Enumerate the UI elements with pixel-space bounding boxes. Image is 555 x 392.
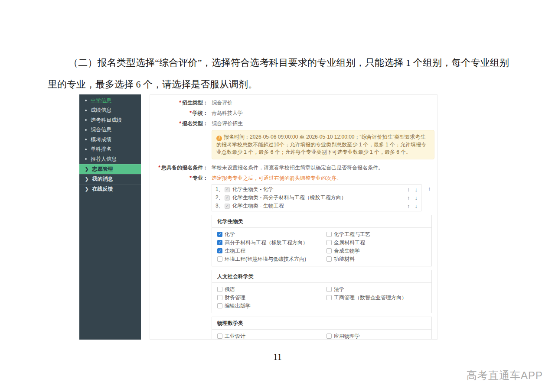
major-option[interactable]: 财务管理 bbox=[217, 295, 326, 301]
major-option[interactable]: ✓ 生物工程 bbox=[217, 248, 326, 254]
checkbox-checked-icon[interactable]: ✓ bbox=[217, 248, 222, 253]
option-label: 环境工程(智慧环境与低碳技术方向) bbox=[225, 256, 306, 263]
checkbox-disabled-checked-icon: ✓ bbox=[225, 187, 230, 192]
checkbox-unchecked-icon[interactable] bbox=[326, 287, 332, 292]
major-option[interactable]: 环境工程(智慧环境与低碳技术方向) bbox=[217, 256, 326, 262]
sidebar-item-label: 成绩信息 bbox=[91, 107, 111, 114]
checkbox-unchecked-icon[interactable] bbox=[217, 287, 222, 292]
form-row-conditions: *您具备的报名条件： 学校未设置报名条件，请查看学校招生简章以确定自己是否符合报… bbox=[150, 162, 437, 173]
sidebar-item-label: 志愿管理 bbox=[92, 165, 113, 173]
major-group-chemistry-biology: 化学生物类 ✓ 化学 化学工程与工艺 ✓ 高分子材料与工程（橡胶工程方向） 金属… bbox=[212, 215, 432, 266]
field-label: *您具备的报名条件： bbox=[150, 164, 208, 172]
sidebar-item-comprehensive-info[interactable]: 综合信息 bbox=[79, 125, 141, 135]
field-label: *专业： bbox=[150, 175, 208, 182]
field-value: 青岛科技大学 bbox=[212, 110, 243, 117]
sidebar-item-score-info[interactable]: 成绩信息 bbox=[79, 106, 141, 116]
sidebar-item-label: 综合信息 bbox=[91, 126, 111, 133]
major-order-hint: 选定报考专业之后，可通过右侧的箭头调整专业的次序。 bbox=[212, 175, 342, 182]
major-option[interactable]: ✓ 高分子材料与工程（橡胶工程方向） bbox=[217, 240, 326, 246]
form-panel: *招生类型： 综合评价 *学校： 青岛科技大学 *报名类型： 综合评价招生 i报… bbox=[150, 94, 437, 340]
move-up-icon[interactable]: ↑ bbox=[407, 194, 410, 201]
required-asterisk: * bbox=[158, 165, 160, 171]
option-label: 功能材料 bbox=[334, 256, 355, 263]
checkbox-unchecked-icon[interactable] bbox=[217, 303, 222, 308]
checkbox-unchecked-icon[interactable] bbox=[326, 295, 332, 300]
field-value: 综合评价招生 bbox=[212, 120, 243, 127]
checkbox-unchecked-icon[interactable] bbox=[326, 240, 332, 245]
option-label: 工业设计 bbox=[225, 333, 245, 340]
major-option[interactable]: 应用物理学 bbox=[326, 333, 426, 339]
checkbox-unchecked-icon[interactable] bbox=[217, 295, 222, 300]
row-number: 2、 bbox=[215, 194, 225, 201]
notice-text: 报名时间：2026-05-06 09:00:00 至 2026-05-10 12… bbox=[216, 134, 426, 155]
checkbox-unchecked-icon[interactable] bbox=[326, 248, 332, 253]
sidebar-item-label: 模考成绩 bbox=[91, 136, 111, 143]
move-up-icon[interactable]: ↑ bbox=[407, 203, 410, 209]
sidebar-item-label: 单科排名 bbox=[91, 146, 111, 153]
sidebar-item-middle-school-info[interactable]: 中学信息 bbox=[79, 96, 141, 106]
move-up-icon[interactable]: ↑ bbox=[407, 186, 410, 193]
sidebar-item-label: 我的消息 bbox=[92, 175, 113, 183]
application-screenshot: 中学信息 成绩信息 选考科目成绩 综合信息 模考成绩 单科排名 推荐人信息 ❯ bbox=[79, 94, 437, 340]
major-option[interactable]: 法学 bbox=[326, 286, 426, 292]
major-option[interactable]: 金属材料工程 bbox=[326, 240, 426, 246]
option-label: 应用物理学 bbox=[334, 333, 360, 340]
required-asterisk: * bbox=[179, 100, 181, 106]
sidebar-item-mock-exam-scores[interactable]: 模考成绩 bbox=[79, 135, 141, 145]
sidebar-item-recommender-info[interactable]: 推荐人信息 bbox=[79, 154, 141, 164]
sidebar-item-elective-subject-scores[interactable]: 选考科目成绩 bbox=[79, 115, 141, 125]
sidebar-item-online-feedback[interactable]: ❯ 在线反馈 bbox=[79, 184, 141, 194]
checkbox-unchecked-icon[interactable] bbox=[326, 256, 332, 262]
required-asterisk: * bbox=[179, 120, 181, 126]
field-label: *学校： bbox=[150, 110, 208, 117]
checkbox-unchecked-icon[interactable] bbox=[217, 334, 222, 339]
row-number: 1、 bbox=[215, 186, 225, 193]
form-row-enrollment-type: *招生类型： 综合评价 bbox=[150, 97, 437, 108]
required-asterisk: * bbox=[189, 175, 192, 181]
option-label: 合成生物学 bbox=[334, 247, 360, 255]
sidebar-item-single-subject-ranking[interactable]: 单科排名 bbox=[79, 145, 141, 155]
checkbox-disabled-checked-icon: ✓ bbox=[225, 195, 230, 201]
move-down-icon[interactable]: ↓ bbox=[415, 194, 418, 201]
bullet-icon bbox=[85, 158, 87, 160]
major-option[interactable]: 化学工程与工艺 bbox=[326, 231, 426, 237]
checkbox-unchecked-icon[interactable] bbox=[326, 334, 332, 339]
major-option[interactable]: ✓ 化学 bbox=[217, 231, 326, 237]
field-label: *报名类型： bbox=[150, 120, 208, 127]
major-option[interactable]: 合成生物学 bbox=[326, 248, 426, 254]
sidebar-item-label: 在线反馈 bbox=[92, 185, 113, 193]
option-label: 化学 bbox=[225, 231, 235, 238]
major-option[interactable]: 编辑出版学 bbox=[217, 303, 326, 309]
checkbox-unchecked-icon[interactable] bbox=[326, 232, 332, 237]
move-down-icon[interactable]: ↓ bbox=[415, 203, 418, 209]
sidebar: 中学信息 成绩信息 选考科目成绩 综合信息 模考成绩 单科排名 推荐人信息 ❯ bbox=[79, 94, 141, 340]
option-label: 生物工程 bbox=[225, 247, 245, 255]
major-option[interactable]: 功能材料 bbox=[326, 256, 426, 262]
form-row-school: *学校： 青岛科技大学 bbox=[150, 108, 437, 118]
required-asterisk: * bbox=[189, 110, 192, 116]
checkbox-checked-icon[interactable]: ✓ bbox=[217, 232, 222, 237]
move-down-icon[interactable]: ↓ bbox=[415, 186, 418, 193]
bullet-icon bbox=[85, 100, 87, 101]
info-icon: i bbox=[216, 136, 222, 141]
registration-notice: i报名时间：2026-05-06 09:00:00 至 2026-05-10 1… bbox=[212, 130, 434, 159]
checkbox-checked-icon[interactable]: ✓ bbox=[217, 240, 222, 245]
chevron-right-icon: ❯ bbox=[85, 167, 88, 172]
selected-majors-area: 1、 ✓ 化学生物类 - 化学 ↑ ↓ 2、 ✓ 化学生物类 - 高分子材料与工… bbox=[212, 184, 437, 211]
major-option[interactable]: 俄语 bbox=[217, 286, 326, 292]
sidebar-item-application-management[interactable]: ❯ 志愿管理 bbox=[79, 164, 141, 174]
major-option[interactable]: 工商管理（数智企业管理方向） bbox=[326, 295, 426, 301]
form-row-major: *专业： 选定报考专业之后，可通过右侧的箭头调整专业的次序。 bbox=[150, 173, 437, 183]
checkbox-unchecked-icon[interactable] bbox=[217, 256, 222, 262]
row-number: 3、 bbox=[215, 202, 225, 210]
sidebar-item-label: 推荐人信息 bbox=[91, 156, 117, 163]
option-label: 法学 bbox=[334, 286, 344, 293]
option-label: 工商管理（数智企业管理方向） bbox=[334, 294, 407, 301]
major-option[interactable]: 工业设计 bbox=[217, 333, 326, 339]
move-to-top-icon[interactable]: ↑ bbox=[428, 185, 431, 192]
page-number: 11 bbox=[0, 352, 555, 363]
group-title: 化学生物类 bbox=[212, 215, 431, 228]
major-group-humanities-social-sciences: 人文社会科学类 俄语 法学 财务管理 工商管理（数智企业管理方向） bbox=[212, 270, 432, 313]
sidebar-item-my-messages[interactable]: ❯ 我的消息 bbox=[79, 174, 141, 184]
selected-majors-list: 1、 ✓ 化学生物类 - 化学 ↑ ↓ 2、 ✓ 化学生物类 - 高分子材料与工… bbox=[212, 184, 421, 211]
